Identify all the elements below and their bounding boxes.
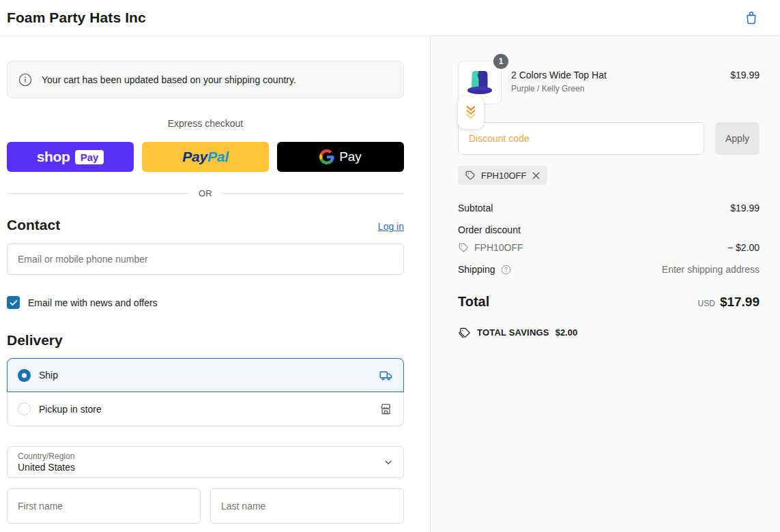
coupon-extension-widget[interactable] [458,96,484,129]
email-input[interactable] [7,243,404,275]
cart-updated-banner: Your cart has been updated based on your… [7,61,404,98]
cost-summary: Subtotal $19.99 Order discount [458,203,760,339]
quantity-badge: 1 [493,54,508,69]
cart-line-item: 1 2 Colors Wide Top Hat Purple / Kelly G… [458,61,760,104]
orange-chevrons-icon [465,105,476,120]
last-name-input[interactable] [210,488,404,524]
info-icon [18,73,32,87]
express-checkout-buttons: shop Pay PayPal Pay [7,142,404,172]
subtotal-label: Subtotal [458,203,493,213]
ship-radio[interactable] [18,369,31,382]
shop-pay-button[interactable]: shop Pay [7,142,134,172]
country-select[interactable]: Country/Region United States [7,446,404,478]
discount-amount: − $2.00 [727,242,760,253]
paypal-logo: PayPal [182,149,229,165]
express-checkout-label: Express checkout [7,118,404,129]
savings-label: TOTAL SAVINGS [477,327,549,338]
tag-icon-small [458,242,469,253]
total-amount: $17.99 [720,295,760,310]
discount-chip-code: FPH10OFF [481,171,526,181]
apply-discount-button[interactable]: Apply [715,122,760,155]
store-icon [379,402,393,416]
country-select-value: United States [18,462,384,473]
checkout-header: Foam Party Hats Inc [0,0,780,36]
google-g-icon [319,149,334,164]
order-summary-panel: 1 2 Colors Wide Top Hat Purple / Kelly G… [430,36,780,532]
discount-code-text: FPH10OFF [474,242,523,253]
truck-icon [379,368,393,383]
delivery-option-ship[interactable]: Ship [7,358,404,392]
pickup-label: Pickup in store [39,404,371,415]
paypal-button[interactable]: PayPal [142,142,269,172]
shipping-value: Enter shipping address [662,264,760,275]
delivery-heading: Delivery [7,332,404,349]
shipping-row: Shipping Enter shipping address [458,264,760,275]
shop-pay-badge: Pay [75,150,104,164]
delivery-options: Ship Pickup in store [7,358,404,426]
product-price: $19.99 [730,61,760,80]
contact-heading: Contact [7,217,60,233]
remove-discount-button[interactable] [532,171,540,180]
newsletter-checkbox-row[interactable]: Email me with news and offers [7,296,158,309]
shop-pay-logo: shop [37,149,70,165]
country-select-label: Country/Region [18,452,384,460]
first-name-input[interactable] [7,488,201,524]
checkout-page: Foam Party Hats Inc Your cart [0,0,780,532]
delivery-option-pickup[interactable]: Pickup in store [7,392,404,426]
applied-discount-chip: FPH10OFF [458,166,547,185]
pickup-radio[interactable] [18,402,31,415]
currency-code: USD [698,299,715,308]
newsletter-label: Email me with news and offers [28,297,158,308]
total-row: Total USD $17.99 [458,294,760,310]
close-icon [532,171,540,180]
subtotal-value: $19.99 [730,203,760,213]
total-savings-row: TOTAL SAVINGS $2.00 [458,326,760,339]
help-icon[interactable] [501,265,511,275]
product-variant: Purple / Kelly Green [511,84,721,93]
product-title: 2 Colors Wide Top Hat [511,70,721,80]
banner-text: Your cart has been updated based on your… [42,74,296,85]
savings-amount: $2.00 [555,327,578,338]
newsletter-checkbox[interactable] [7,296,20,309]
or-divider: OR [7,188,404,198]
tag-icon [465,170,476,181]
savings-tags-icon [458,326,471,339]
shipping-label: Shipping [458,264,495,275]
order-discount-label: Order discount [458,224,521,235]
subtotal-row: Subtotal $19.99 [458,203,760,213]
store-name-link[interactable]: Foam Party Hats Inc [7,10,146,26]
google-pay-button[interactable]: Pay [277,142,404,172]
total-label: Total [458,294,489,310]
discount-code-input[interactable] [458,122,704,155]
google-pay-label: Pay [339,149,362,164]
cart-button[interactable] [744,10,759,25]
ship-label: Ship [39,370,371,381]
top-hat-image [462,65,497,100]
login-link[interactable]: Log in [378,221,404,232]
checkout-form-column: Your cart has been updated based on your… [0,36,430,532]
order-discount-row: Order discount [458,224,760,235]
chevron-down-icon [384,458,393,467]
discount-code-row: FPH10OFF − $2.00 [458,242,760,253]
cart-bag-icon [744,10,759,25]
